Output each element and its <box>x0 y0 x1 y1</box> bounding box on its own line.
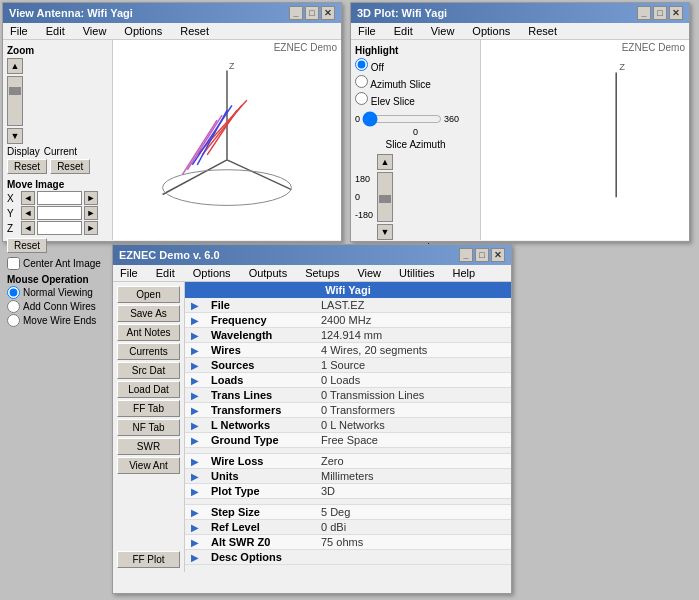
save-as-button[interactable]: Save As <box>117 305 180 322</box>
swr-button[interactable]: SWR <box>117 438 180 455</box>
left-control-panel: Zoom ▲ ▼ Display Current Reset <box>3 40 113 240</box>
x-left-button[interactable]: ◄ <box>21 191 35 205</box>
table-row[interactable]: ▶Ground TypeFree Space <box>185 433 511 448</box>
menu-edit[interactable]: Edit <box>43 24 68 38</box>
table-row[interactable]: ▶UnitsMillimeters <box>185 469 511 484</box>
eznec-minimize-button[interactable]: _ <box>459 248 473 262</box>
normal-viewing-label: Normal Viewing <box>23 287 93 298</box>
elev-slider-container: 180 0 -180 ▲ ▼ <box>355 154 476 240</box>
table-row[interactable]: ▶Wires4 Wires, 20 segments <box>185 343 511 358</box>
table-row[interactable]: ▶Plot Type3D <box>185 484 511 499</box>
ff-plot-button[interactable]: FF Plot <box>117 551 180 568</box>
z-left-button[interactable]: ◄ <box>21 221 35 235</box>
table-row[interactable]: ▶Wire LossZero <box>185 454 511 469</box>
current-reset-button[interactable]: Reset <box>50 159 90 174</box>
load-dat-button[interactable]: Load Dat <box>117 381 180 398</box>
table-row[interactable]: ▶Sources1 Source <box>185 358 511 373</box>
move-y-row: Y ◄ ► <box>7 206 108 220</box>
z-right-button[interactable]: ► <box>84 221 98 235</box>
elev-up-button[interactable]: ▲ <box>377 154 393 170</box>
table-row[interactable]: ▶Ref Level0 dBi <box>185 520 511 535</box>
eznec-menu-setups[interactable]: Setups <box>302 266 342 280</box>
elev-down-button[interactable]: ▼ <box>377 224 393 240</box>
plot-menu-edit[interactable]: Edit <box>391 24 416 38</box>
move-image-label: Move Image <box>7 179 64 190</box>
eznec-menu-outputs[interactable]: Outputs <box>246 266 291 280</box>
zoom-up-button[interactable]: ▲ <box>7 58 23 74</box>
plot-3d-title: 3D Plot: Wifi Yagi <box>357 7 447 19</box>
table-row[interactable]: ▶FileLAST.EZ <box>185 298 511 313</box>
highlight-off-radio[interactable] <box>355 58 368 71</box>
row-value: 5 Deg <box>315 505 511 520</box>
y-right-button[interactable]: ► <box>84 206 98 220</box>
eznec-scroll-area[interactable]: Wifi Yagi ▶FileLAST.EZ▶Frequency2400 MHz… <box>185 282 511 572</box>
table-row[interactable]: ▶Trans Lines0 Transmission Lines <box>185 388 511 403</box>
row-value <box>315 550 511 565</box>
table-row[interactable]: ▶Step Size5 Deg <box>185 505 511 520</box>
plot-menu-reset[interactable]: Reset <box>525 24 560 38</box>
row-value: 4 Wires, 20 segments <box>315 343 511 358</box>
menu-view[interactable]: View <box>80 24 110 38</box>
plot-minimize-button[interactable]: _ <box>637 6 651 20</box>
view-ant-button[interactable]: View Ant <box>117 457 180 474</box>
table-row[interactable]: ▶Alt SWR Z075 ohms <box>185 535 511 550</box>
eznec-menu-utilities[interactable]: Utilities <box>396 266 437 280</box>
table-row[interactable]: ▶Transformers0 Transformers <box>185 403 511 418</box>
highlight-elev-radio[interactable] <box>355 92 368 105</box>
currents-button[interactable]: Currents <box>117 343 180 360</box>
eznec-menu-edit[interactable]: Edit <box>153 266 178 280</box>
eznec-close-button[interactable]: ✕ <box>491 248 505 262</box>
center-ant-checkbox[interactable] <box>7 257 20 270</box>
plot-menu-view[interactable]: View <box>428 24 458 38</box>
plot-menu-options[interactable]: Options <box>469 24 513 38</box>
eznec-menu-view[interactable]: View <box>354 266 384 280</box>
table-header: Wifi Yagi <box>185 282 511 298</box>
azimuth-slider[interactable] <box>362 111 442 127</box>
y-left-button[interactable]: ◄ <box>21 206 35 220</box>
eznec-menu-file[interactable]: File <box>117 266 141 280</box>
zoom-slider-container: ▲ ▼ <box>7 58 108 144</box>
plot-maximize-button[interactable]: □ <box>653 6 667 20</box>
maximize-button[interactable]: □ <box>305 6 319 20</box>
plot-3d-titlebar: 3D Plot: Wifi Yagi _ □ ✕ <box>351 3 689 23</box>
normal-viewing-radio[interactable] <box>7 286 20 299</box>
add-conn-wires-row: Add Conn Wires <box>7 300 108 313</box>
zoom-down-button[interactable]: ▼ <box>7 128 23 144</box>
row-label: L Networks <box>205 418 315 433</box>
center-ant-row: Center Ant Image <box>7 257 108 270</box>
nf-tab-button[interactable]: NF Tab <box>117 419 180 436</box>
ant-notes-button[interactable]: Ant Notes <box>117 324 180 341</box>
table-row[interactable]: ▶Wavelength124.914 mm <box>185 328 511 343</box>
move-reset-button[interactable]: Reset <box>7 238 47 253</box>
display-reset-button[interactable]: Reset <box>7 159 47 174</box>
x-right-button[interactable]: ► <box>84 191 98 205</box>
table-row[interactable]: ▶Desc Options <box>185 550 511 565</box>
eznec-maximize-button[interactable]: □ <box>475 248 489 262</box>
move-wire-ends-radio[interactable] <box>7 314 20 327</box>
row-value: 0 Transformers <box>315 403 511 418</box>
open-button[interactable]: Open <box>117 286 180 303</box>
menu-reset[interactable]: Reset <box>177 24 212 38</box>
mouse-label: Mouse Operation <box>7 274 89 285</box>
eznec-menu-help[interactable]: Help <box>450 266 479 280</box>
table-row[interactable]: ▶Frequency2400 MHz <box>185 313 511 328</box>
view-antenna-window-buttons: _ □ ✕ <box>289 6 335 20</box>
close-button[interactable]: ✕ <box>321 6 335 20</box>
ff-tab-button[interactable]: FF Tab <box>117 400 180 417</box>
add-conn-wires-radio[interactable] <box>7 300 20 313</box>
azimuth-range-control: 0 360 0 Slice Azimuth <box>355 111 476 150</box>
row-arrow: ▶ <box>185 388 205 403</box>
menu-options[interactable]: Options <box>121 24 165 38</box>
row-value: 3D <box>315 484 511 499</box>
minimize-button[interactable]: _ <box>289 6 303 20</box>
src-dat-button[interactable]: Src Dat <box>117 362 180 379</box>
menu-file[interactable]: File <box>7 24 31 38</box>
table-row[interactable]: ▶L Networks0 L Networks <box>185 418 511 433</box>
azimuth-min-label: 0 <box>355 114 360 124</box>
plot-close-button[interactable]: ✕ <box>669 6 683 20</box>
highlight-azimuth-radio[interactable] <box>355 75 368 88</box>
table-row[interactable]: ▶Loads0 Loads <box>185 373 511 388</box>
eznec-menu-options[interactable]: Options <box>190 266 234 280</box>
eznec-main-titlebar: EZNEC Demo v. 6.0 _ □ ✕ <box>113 245 511 265</box>
plot-menu-file[interactable]: File <box>355 24 379 38</box>
